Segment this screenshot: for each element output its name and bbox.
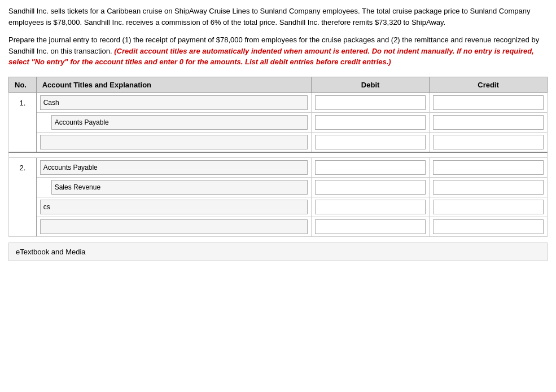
entry-1-account-3 [36, 132, 311, 152]
entry-2-credit-3 [430, 197, 548, 217]
entry-2-debit-4 [312, 217, 430, 236]
table-row: 2. [9, 157, 548, 177]
entry-2-debit-input-3[interactable] [315, 200, 426, 214]
entry-2-debit-input-2[interactable] [315, 180, 426, 195]
entry-2-account-input-2[interactable] [51, 180, 308, 195]
entry-2-account-4 [36, 217, 311, 236]
entry-2-account-2 [36, 177, 311, 197]
entry-2-debit-input-4[interactable] [315, 219, 426, 234]
entry-2-debit-3 [312, 197, 430, 217]
entry-1-no: 1. [9, 93, 37, 152]
table-row [9, 217, 548, 236]
entry-2-account-1 [36, 157, 311, 177]
col-header-account: Account Titles and Explanation [36, 77, 311, 93]
entry-1-debit-1 [312, 93, 430, 112]
table-row [9, 112, 548, 132]
col-header-no: No. [9, 77, 37, 93]
entry-1-debit-input-2[interactable] [315, 115, 426, 130]
entry-1-debit-input-3[interactable] [315, 135, 426, 149]
entry-1-credit-3 [430, 132, 548, 152]
entry-2-account-input-3[interactable] [40, 200, 308, 214]
table-row [9, 132, 548, 152]
intro-text-p1: Sandhill Inc. sells tickets for a Caribb… [8, 6, 548, 28]
entry-1-account-input-3[interactable] [40, 135, 308, 149]
main-container: Sandhill Inc. sells tickets for a Caribb… [0, 0, 556, 267]
entry-2-credit-input-1[interactable] [433, 160, 544, 175]
entry-2-account-3 [36, 197, 311, 217]
entry-1-credit-input-1[interactable] [433, 95, 544, 110]
entry-1-account-input-2[interactable] [51, 115, 308, 130]
entry-1-account-2 [36, 112, 311, 132]
entry-1-credit-1 [430, 93, 548, 112]
entry-2-credit-2 [430, 177, 548, 197]
instructions-text: Prepare the journal entry to record (1) … [8, 34, 548, 68]
entry-2-account-input-1[interactable] [40, 160, 308, 175]
entry-1-account-1 [36, 93, 311, 112]
entry-2-debit-input-1[interactable] [315, 160, 426, 175]
entry-2-credit-4 [430, 217, 548, 236]
entry-1-account-input-1[interactable] [40, 95, 308, 110]
entry-1-debit-input-1[interactable] [315, 95, 426, 110]
entry-2-credit-input-4[interactable] [433, 219, 544, 234]
entry-1-credit-2 [430, 112, 548, 132]
footer-bar: eTextbook and Media [8, 243, 548, 261]
table-row: 1. [9, 93, 548, 112]
entry-1-debit-3 [312, 132, 430, 152]
entry-2-debit-2 [312, 177, 430, 197]
spacer-row [9, 152, 548, 158]
instructions-block: Prepare the journal entry to record (1) … [8, 34, 548, 68]
col-header-credit: Credit [430, 77, 548, 93]
entry-2-credit-input-3[interactable] [433, 200, 544, 214]
entry-2-account-input-4[interactable] [40, 219, 308, 234]
entry-2-credit-1 [430, 157, 548, 177]
journal-table: No. Account Titles and Explanation Debit… [8, 77, 548, 237]
entry-2-credit-input-2[interactable] [433, 180, 544, 195]
col-header-debit: Debit [312, 77, 430, 93]
entry-1-credit-input-2[interactable] [433, 115, 544, 130]
intro-paragraph1: Sandhill Inc. sells tickets for a Caribb… [8, 6, 548, 28]
footer-label: eTextbook and Media [16, 248, 86, 256]
table-header-row: No. Account Titles and Explanation Debit… [9, 77, 548, 93]
entry-2-debit-1 [312, 157, 430, 177]
table-row [9, 197, 548, 217]
entry-2-no: 2. [9, 157, 37, 236]
table-row [9, 177, 548, 197]
entry-1-debit-2 [312, 112, 430, 132]
entry-1-credit-input-3[interactable] [433, 135, 544, 149]
